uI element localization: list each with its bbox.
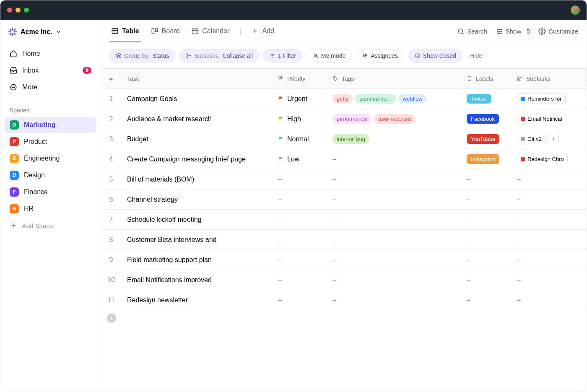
- table-row[interactable]: 6Channel strategy––––: [101, 190, 587, 210]
- table-row[interactable]: 10Email Notifications improved––––: [101, 270, 587, 290]
- tab-board[interactable]: Board: [149, 21, 182, 42]
- tag-chip[interactable]: user-reported: [374, 114, 415, 124]
- priority-cell[interactable]: –: [272, 292, 327, 308]
- maximize-window[interactable]: [24, 8, 29, 13]
- label-chip[interactable]: Instagram: [467, 154, 499, 164]
- subtasks-cell[interactable]: –: [511, 272, 587, 288]
- col-task[interactable]: Task: [121, 71, 272, 86]
- subtasks-cell[interactable]: –: [511, 212, 587, 228]
- task-name[interactable]: Email Notifications improved: [121, 272, 272, 288]
- subtasks-cell[interactable]: –: [511, 232, 587, 248]
- col-num[interactable]: #: [101, 71, 121, 86]
- tag-chip[interactable]: getty: [332, 94, 353, 104]
- tag-chip[interactable]: planned bu…: [355, 94, 396, 104]
- labels-cell[interactable]: –: [461, 252, 511, 268]
- tag-chip[interactable]: internal bug: [332, 134, 369, 144]
- me-mode-pill[interactable]: Me mode: [306, 49, 352, 62]
- table-row[interactable]: 2Audience & market researchHighperforman…: [101, 109, 587, 129]
- add-task-button[interactable]: +: [107, 314, 116, 323]
- table-row[interactable]: 7Schedule kickoff meeting––––: [101, 210, 587, 230]
- filter-pill[interactable]: 1 Filter: [263, 49, 302, 62]
- labels-cell[interactable]: YouTubbe: [461, 130, 511, 148]
- assignees-pill[interactable]: Assignees: [356, 49, 404, 62]
- col-subtasks[interactable]: Subtasks: [511, 71, 587, 86]
- task-name[interactable]: Budget: [121, 131, 272, 147]
- task-name[interactable]: Audience & market research: [121, 111, 272, 127]
- table-row[interactable]: 1Campaign GoalsUrgentgettyplanned bu…web…: [101, 89, 587, 109]
- close-window[interactable]: [7, 8, 12, 13]
- tags-cell[interactable]: –: [327, 232, 461, 248]
- workspace-switcher[interactable]: Acme Inc.: [0, 27, 101, 44]
- subtasks-pill[interactable]: Subtasks: Collapse all: [179, 49, 259, 62]
- nav-inbox[interactable]: Inbox 9: [5, 62, 96, 78]
- labels-cell[interactable]: Instagram: [461, 150, 511, 168]
- col-labels[interactable]: Labels: [461, 71, 511, 86]
- tab-add[interactable]: Add: [249, 21, 275, 42]
- space-item-hr[interactable]: HHR: [5, 201, 96, 217]
- tags-cell[interactable]: –: [327, 151, 461, 167]
- subtask-chip[interactable]: Git v2: [517, 134, 545, 144]
- task-name[interactable]: Channel strategy: [121, 192, 272, 208]
- priority-cell[interactable]: –: [272, 252, 327, 268]
- nav-more[interactable]: More: [5, 79, 96, 95]
- tags-cell[interactable]: performanceuser-reported: [327, 110, 461, 128]
- task-name[interactable]: Schedule kickoff meeting: [121, 212, 272, 228]
- labels-cell[interactable]: Facebook: [461, 110, 511, 128]
- tag-chip[interactable]: webflow: [399, 94, 427, 104]
- add-subtask-button[interactable]: +: [548, 134, 559, 144]
- subtask-chip[interactable]: Redesign Chro: [517, 154, 568, 164]
- tags-cell[interactable]: –: [327, 292, 461, 308]
- subtasks-cell[interactable]: –: [511, 292, 587, 308]
- tags-cell[interactable]: –: [327, 252, 461, 268]
- subtasks-cell[interactable]: –: [511, 192, 587, 208]
- labels-cell[interactable]: –: [461, 232, 511, 248]
- show-button[interactable]: Show · 5: [496, 28, 530, 35]
- hide-filters-button[interactable]: Hide: [470, 52, 482, 59]
- tags-cell[interactable]: –: [327, 212, 461, 228]
- subtask-chip[interactable]: Email Notificat: [517, 114, 566, 124]
- space-item-design[interactable]: DDesign: [5, 167, 96, 183]
- space-item-product[interactable]: PProduct: [5, 134, 96, 150]
- tab-table[interactable]: Table: [109, 21, 141, 42]
- label-chip[interactable]: YouTubbe: [467, 134, 499, 144]
- task-name[interactable]: Redesign newsletter: [121, 292, 272, 308]
- subtasks-cell[interactable]: –: [511, 252, 587, 268]
- user-avatar[interactable]: [571, 5, 580, 15]
- subtasks-cell[interactable]: Git v2+: [511, 130, 587, 148]
- task-name[interactable]: Bill of materials (BOM): [121, 171, 272, 187]
- priority-cell[interactable]: –: [272, 212, 327, 228]
- space-item-engineering[interactable]: EEngineering: [5, 151, 96, 166]
- priority-cell[interactable]: Urgent: [272, 91, 327, 107]
- tags-cell[interactable]: gettyplanned bu…webflow: [327, 90, 461, 108]
- priority-cell[interactable]: Low: [272, 151, 327, 167]
- table-row[interactable]: 8Customer Beta interviews and––––: [101, 230, 587, 250]
- add-space-button[interactable]: Add Space: [0, 217, 101, 234]
- labels-cell[interactable]: –: [461, 171, 511, 187]
- priority-cell[interactable]: Normal: [272, 131, 327, 147]
- priority-cell[interactable]: –: [272, 272, 327, 288]
- task-name[interactable]: Create Campaign messaging brief page: [121, 151, 272, 167]
- task-name[interactable]: Field marketing support plan: [121, 252, 272, 268]
- minimize-window[interactable]: [16, 8, 21, 13]
- labels-cell[interactable]: –: [461, 272, 511, 288]
- subtask-chip[interactable]: Reminders for: [517, 93, 566, 104]
- priority-cell[interactable]: High: [272, 111, 327, 127]
- labels-cell[interactable]: –: [461, 292, 511, 308]
- task-name[interactable]: Campaign Goals: [121, 91, 272, 107]
- group-by-pill[interactable]: Group by: Status: [109, 49, 175, 62]
- tags-cell[interactable]: –: [327, 192, 461, 208]
- tags-cell[interactable]: –: [327, 171, 461, 187]
- tab-calendar[interactable]: Calendar: [190, 21, 231, 42]
- labels-cell[interactable]: –: [461, 212, 511, 228]
- subtasks-cell[interactable]: Redesign Chro: [511, 150, 587, 169]
- subtasks-cell[interactable]: Reminders for: [511, 89, 587, 108]
- priority-cell[interactable]: –: [272, 192, 327, 208]
- task-name[interactable]: Customer Beta interviews and: [121, 232, 272, 248]
- label-chip[interactable]: Facebook: [467, 114, 499, 124]
- priority-cell[interactable]: –: [272, 171, 327, 187]
- tag-chip[interactable]: performance: [332, 114, 371, 124]
- col-tags[interactable]: Tags: [327, 71, 461, 86]
- space-item-marketing[interactable]: DMarketing: [5, 117, 96, 133]
- space-item-finance[interactable]: FFinance: [5, 184, 96, 200]
- tags-cell[interactable]: internal bug: [327, 130, 461, 148]
